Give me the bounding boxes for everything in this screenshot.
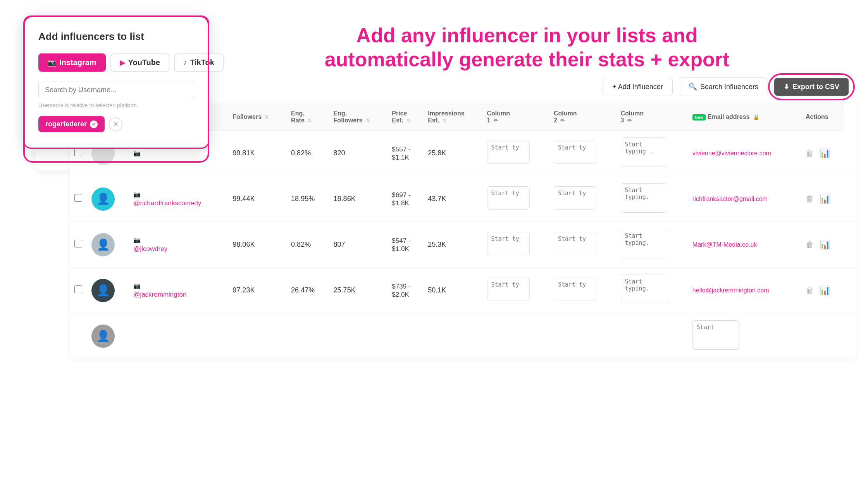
row4-impressions: 50.1K: [423, 268, 482, 313]
row1-col1[interactable]: [482, 131, 549, 176]
row1-col3-input[interactable]: [621, 137, 667, 167]
row4-email-link[interactable]: hello@jackremmington.com: [692, 287, 769, 294]
row2-col3-input[interactable]: [621, 183, 667, 213]
row2-col1[interactable]: [482, 176, 549, 222]
row1-col1-input[interactable]: [487, 141, 530, 164]
search-icon: 🔍: [689, 82, 697, 91]
row3-col3[interactable]: [616, 222, 688, 268]
row2-email-link[interactable]: richfranksactor@gmail.com: [692, 196, 768, 202]
platform-youtube-btn[interactable]: ▶ YouTube: [110, 53, 170, 72]
row4-eng-followers: 25.75K: [329, 268, 388, 313]
row5-col3-input[interactable]: [692, 320, 739, 350]
row1-checkbox[interactable]: [74, 148, 82, 156]
tag-remove-button[interactable]: ✕: [108, 117, 122, 131]
search-influencers-button[interactable]: 🔍 Search Influencers: [679, 77, 768, 96]
export-csv-button[interactable]: ⬇ Export to CSV: [774, 78, 849, 96]
col-eng-rate: Eng.Rate ⇅: [286, 104, 329, 131]
row1-email-link[interactable]: vivienne@vivienneclore.com: [692, 150, 771, 156]
row3-col1-input[interactable]: [487, 232, 530, 255]
col-followers: Followers ⇅: [228, 104, 286, 131]
row2-col2-input[interactable]: [554, 186, 596, 210]
hero-line2: automatically generate their stats + exp…: [325, 48, 730, 70]
new-badge: New: [692, 114, 706, 120]
row1-actions: 🗑 📊: [801, 131, 844, 176]
col-col2: Column2 ✏: [549, 104, 616, 131]
row3-checkbox[interactable]: [74, 240, 82, 247]
row2-handle-cell: 📷 @richardfrankscomedy: [129, 176, 228, 222]
export-icon: ⬇: [784, 82, 789, 91]
col-col3: Column3 ✏: [616, 104, 688, 131]
add-influencer-modal: Add influencers to list 📷 Instagram ▶ Yo…: [23, 15, 209, 149]
row1-col2[interactable]: [549, 131, 616, 176]
row4-checkbox[interactable]: [74, 285, 82, 293]
row3-actions: 🗑 📊: [801, 222, 844, 268]
row4-col1[interactable]: [482, 268, 549, 313]
row3-email-link[interactable]: Mark@TM-Media.co.uk: [692, 241, 757, 248]
row3-col3-input[interactable]: [621, 229, 667, 258]
row4-col2[interactable]: [549, 268, 616, 313]
row3-followers: 98.06K: [228, 222, 286, 268]
platform-tabs: 📷 Instagram ▶ YouTube ♪ TikTok: [38, 53, 194, 72]
row4-stats-icon[interactable]: 📊: [820, 285, 830, 296]
row1-delete-icon[interactable]: 🗑: [806, 148, 814, 158]
row1-eng-followers: 820: [329, 131, 388, 176]
row3-eng-rate: 0.82%: [286, 222, 329, 268]
row1-stats-icon[interactable]: 📊: [820, 148, 830, 158]
row5-checkbox-cell: [70, 313, 87, 359]
row4-col1-input[interactable]: [487, 278, 530, 301]
row4-avatar-cell: 👤: [87, 268, 129, 313]
row4-delete-icon[interactable]: 🗑: [806, 285, 814, 296]
tiktok-icon: ♪: [183, 58, 187, 67]
row3-col2-input[interactable]: [554, 232, 596, 255]
youtube-icon: ▶: [120, 58, 125, 67]
platform-instagram-btn[interactable]: 📷 Instagram: [38, 53, 106, 72]
export-button-wrapper: ⬇ Export to CSV: [774, 78, 849, 96]
row2-col3[interactable]: [616, 176, 688, 222]
row2-eng-followers: 18.86K: [329, 176, 388, 222]
col-impressions: ImpressionsEst. ⇅: [423, 104, 482, 131]
row1-impressions: 25.8K: [423, 131, 482, 176]
hero-section: Add any influencer in your lists and aut…: [217, 23, 837, 72]
row4-handle-link[interactable]: @jackremmington: [133, 291, 223, 299]
row2-stats-icon[interactable]: 📊: [820, 194, 830, 204]
row4-col3[interactable]: [616, 268, 688, 313]
row3-handle-cell: 📷 @jlcowdrey: [129, 222, 228, 268]
add-influencer-label: + Add Influencer: [612, 83, 663, 91]
tag-name: rogerfederer: [45, 120, 87, 128]
row2-checkbox-cell: [70, 176, 87, 222]
row5-col3-partial[interactable]: [688, 313, 801, 359]
row2-col1-input[interactable]: [487, 186, 530, 210]
row3-stats-icon[interactable]: 📊: [820, 240, 830, 250]
row3-email: Mark@TM-Media.co.uk: [688, 222, 801, 268]
row2-col2[interactable]: [549, 176, 616, 222]
platform-tiktok-btn[interactable]: ♪ TikTok: [174, 53, 224, 72]
tag-row: rogerfederer ✓ ✕: [38, 116, 194, 132]
row2-checkbox[interactable]: [74, 194, 82, 202]
row4-col3-input[interactable]: [621, 275, 667, 304]
row3-col2[interactable]: [549, 222, 616, 268]
username-search-input[interactable]: [38, 81, 194, 99]
row4-checkbox-cell: [70, 268, 87, 313]
row3-avatar-cell: 👤: [87, 222, 129, 268]
row2-delete-icon[interactable]: 🗑: [806, 194, 814, 204]
row3-checkbox-cell: [70, 222, 87, 268]
row2-email: richfranksactor@gmail.com: [688, 176, 801, 222]
col-email: New Email address 🔒: [688, 104, 801, 131]
row2-price-est: $697 -$1.8K: [387, 176, 423, 222]
table-row: 👤: [70, 313, 856, 359]
row3-handle-link[interactable]: @jlcowdrey: [133, 245, 223, 253]
tag-check-icon: ✓: [90, 120, 98, 128]
row3-price-est: $547 -$1.0K: [387, 222, 423, 268]
row1-col3[interactable]: [616, 131, 688, 176]
row4-col2-input[interactable]: [554, 278, 596, 301]
col-actions: Actions: [801, 104, 844, 131]
row1-col2-input[interactable]: [554, 141, 596, 164]
row5-actions-partial: [844, 313, 856, 359]
row4-actions: 🗑 📊: [801, 268, 844, 313]
row3-delete-icon[interactable]: 🗑: [806, 240, 814, 250]
row2-handle-link[interactable]: @richardfrankscomedy: [133, 199, 223, 207]
row5-email-partial: [801, 313, 844, 359]
row3-eng-followers: 807: [329, 222, 388, 268]
row3-col1[interactable]: [482, 222, 549, 268]
add-influencer-button[interactable]: + Add Influencer: [603, 78, 673, 96]
